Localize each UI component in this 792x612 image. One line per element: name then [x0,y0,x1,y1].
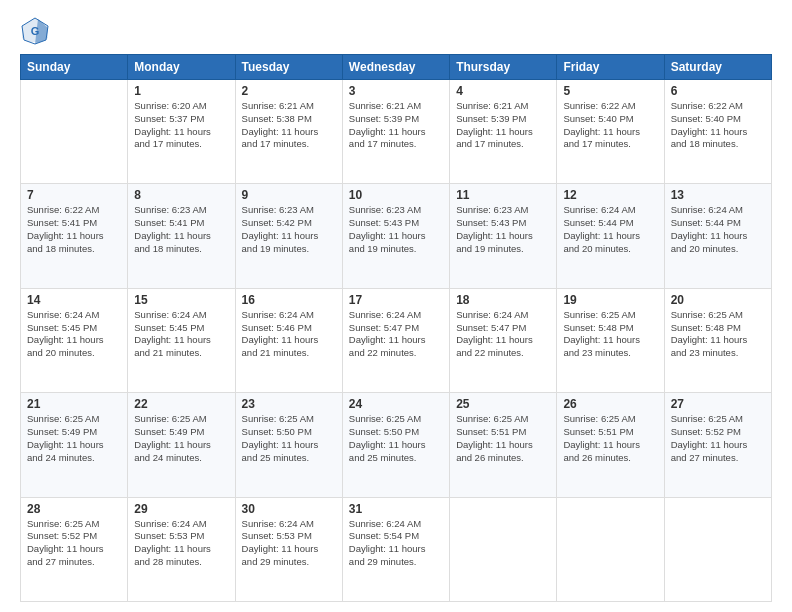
day-cell: 18Sunrise: 6:24 AM Sunset: 5:47 PM Dayli… [450,288,557,392]
day-info: Sunrise: 6:21 AM Sunset: 5:39 PM Dayligh… [456,100,550,151]
day-info: Sunrise: 6:24 AM Sunset: 5:47 PM Dayligh… [349,309,443,360]
day-number: 27 [671,397,765,411]
col-header-thursday: Thursday [450,55,557,80]
day-cell: 3Sunrise: 6:21 AM Sunset: 5:39 PM Daylig… [342,80,449,184]
day-number: 4 [456,84,550,98]
day-cell: 15Sunrise: 6:24 AM Sunset: 5:45 PM Dayli… [128,288,235,392]
day-cell: 13Sunrise: 6:24 AM Sunset: 5:44 PM Dayli… [664,184,771,288]
day-number: 19 [563,293,657,307]
day-number: 1 [134,84,228,98]
day-cell: 22Sunrise: 6:25 AM Sunset: 5:49 PM Dayli… [128,393,235,497]
day-cell: 17Sunrise: 6:24 AM Sunset: 5:47 PM Dayli… [342,288,449,392]
day-info: Sunrise: 6:25 AM Sunset: 5:50 PM Dayligh… [349,413,443,464]
day-number: 8 [134,188,228,202]
day-info: Sunrise: 6:23 AM Sunset: 5:43 PM Dayligh… [349,204,443,255]
col-header-wednesday: Wednesday [342,55,449,80]
day-number: 10 [349,188,443,202]
day-info: Sunrise: 6:25 AM Sunset: 5:51 PM Dayligh… [563,413,657,464]
calendar-page: G SundayMondayTuesdayWednesdayThursdayFr… [0,0,792,612]
day-number: 12 [563,188,657,202]
week-row-4: 21Sunrise: 6:25 AM Sunset: 5:49 PM Dayli… [21,393,772,497]
day-number: 6 [671,84,765,98]
day-info: Sunrise: 6:25 AM Sunset: 5:49 PM Dayligh… [27,413,121,464]
day-info: Sunrise: 6:22 AM Sunset: 5:40 PM Dayligh… [671,100,765,151]
day-cell: 12Sunrise: 6:24 AM Sunset: 5:44 PM Dayli… [557,184,664,288]
day-info: Sunrise: 6:25 AM Sunset: 5:49 PM Dayligh… [134,413,228,464]
header-row: SundayMondayTuesdayWednesdayThursdayFrid… [21,55,772,80]
day-info: Sunrise: 6:25 AM Sunset: 5:51 PM Dayligh… [456,413,550,464]
day-cell: 6Sunrise: 6:22 AM Sunset: 5:40 PM Daylig… [664,80,771,184]
week-row-5: 28Sunrise: 6:25 AM Sunset: 5:52 PM Dayli… [21,497,772,601]
day-number: 20 [671,293,765,307]
day-info: Sunrise: 6:24 AM Sunset: 5:45 PM Dayligh… [27,309,121,360]
day-cell: 7Sunrise: 6:22 AM Sunset: 5:41 PM Daylig… [21,184,128,288]
day-number: 5 [563,84,657,98]
day-cell: 19Sunrise: 6:25 AM Sunset: 5:48 PM Dayli… [557,288,664,392]
day-number: 9 [242,188,336,202]
day-cell: 10Sunrise: 6:23 AM Sunset: 5:43 PM Dayli… [342,184,449,288]
day-info: Sunrise: 6:22 AM Sunset: 5:40 PM Dayligh… [563,100,657,151]
day-cell: 24Sunrise: 6:25 AM Sunset: 5:50 PM Dayli… [342,393,449,497]
day-info: Sunrise: 6:23 AM Sunset: 5:41 PM Dayligh… [134,204,228,255]
day-cell: 14Sunrise: 6:24 AM Sunset: 5:45 PM Dayli… [21,288,128,392]
day-info: Sunrise: 6:23 AM Sunset: 5:42 PM Dayligh… [242,204,336,255]
day-number: 2 [242,84,336,98]
day-cell: 1Sunrise: 6:20 AM Sunset: 5:37 PM Daylig… [128,80,235,184]
day-cell: 23Sunrise: 6:25 AM Sunset: 5:50 PM Dayli… [235,393,342,497]
day-cell: 29Sunrise: 6:24 AM Sunset: 5:53 PM Dayli… [128,497,235,601]
day-cell: 8Sunrise: 6:23 AM Sunset: 5:41 PM Daylig… [128,184,235,288]
day-info: Sunrise: 6:21 AM Sunset: 5:38 PM Dayligh… [242,100,336,151]
day-cell [21,80,128,184]
day-number: 26 [563,397,657,411]
day-cell: 2Sunrise: 6:21 AM Sunset: 5:38 PM Daylig… [235,80,342,184]
day-info: Sunrise: 6:23 AM Sunset: 5:43 PM Dayligh… [456,204,550,255]
day-number: 15 [134,293,228,307]
day-cell: 27Sunrise: 6:25 AM Sunset: 5:52 PM Dayli… [664,393,771,497]
day-info: Sunrise: 6:25 AM Sunset: 5:52 PM Dayligh… [671,413,765,464]
day-number: 24 [349,397,443,411]
col-header-saturday: Saturday [664,55,771,80]
day-info: Sunrise: 6:24 AM Sunset: 5:45 PM Dayligh… [134,309,228,360]
day-info: Sunrise: 6:24 AM Sunset: 5:53 PM Dayligh… [134,518,228,569]
day-info: Sunrise: 6:25 AM Sunset: 5:48 PM Dayligh… [563,309,657,360]
day-info: Sunrise: 6:24 AM Sunset: 5:46 PM Dayligh… [242,309,336,360]
day-cell [450,497,557,601]
day-cell [557,497,664,601]
day-info: Sunrise: 6:25 AM Sunset: 5:52 PM Dayligh… [27,518,121,569]
day-info: Sunrise: 6:24 AM Sunset: 5:53 PM Dayligh… [242,518,336,569]
day-info: Sunrise: 6:25 AM Sunset: 5:48 PM Dayligh… [671,309,765,360]
week-row-2: 7Sunrise: 6:22 AM Sunset: 5:41 PM Daylig… [21,184,772,288]
day-number: 30 [242,502,336,516]
week-row-3: 14Sunrise: 6:24 AM Sunset: 5:45 PM Dayli… [21,288,772,392]
day-cell: 16Sunrise: 6:24 AM Sunset: 5:46 PM Dayli… [235,288,342,392]
day-number: 7 [27,188,121,202]
day-info: Sunrise: 6:20 AM Sunset: 5:37 PM Dayligh… [134,100,228,151]
day-cell: 20Sunrise: 6:25 AM Sunset: 5:48 PM Dayli… [664,288,771,392]
day-number: 14 [27,293,121,307]
logo-icon: G [20,16,50,46]
day-cell: 21Sunrise: 6:25 AM Sunset: 5:49 PM Dayli… [21,393,128,497]
calendar-table: SundayMondayTuesdayWednesdayThursdayFrid… [20,54,772,602]
day-cell: 31Sunrise: 6:24 AM Sunset: 5:54 PM Dayli… [342,497,449,601]
day-cell: 11Sunrise: 6:23 AM Sunset: 5:43 PM Dayli… [450,184,557,288]
day-cell: 26Sunrise: 6:25 AM Sunset: 5:51 PM Dayli… [557,393,664,497]
day-cell: 25Sunrise: 6:25 AM Sunset: 5:51 PM Dayli… [450,393,557,497]
col-header-tuesday: Tuesday [235,55,342,80]
day-cell: 28Sunrise: 6:25 AM Sunset: 5:52 PM Dayli… [21,497,128,601]
day-number: 16 [242,293,336,307]
day-cell: 4Sunrise: 6:21 AM Sunset: 5:39 PM Daylig… [450,80,557,184]
day-info: Sunrise: 6:22 AM Sunset: 5:41 PM Dayligh… [27,204,121,255]
col-header-monday: Monday [128,55,235,80]
day-number: 17 [349,293,443,307]
day-info: Sunrise: 6:24 AM Sunset: 5:47 PM Dayligh… [456,309,550,360]
day-number: 28 [27,502,121,516]
day-number: 11 [456,188,550,202]
day-info: Sunrise: 6:24 AM Sunset: 5:44 PM Dayligh… [563,204,657,255]
day-info: Sunrise: 6:21 AM Sunset: 5:39 PM Dayligh… [349,100,443,151]
day-info: Sunrise: 6:24 AM Sunset: 5:54 PM Dayligh… [349,518,443,569]
day-info: Sunrise: 6:25 AM Sunset: 5:50 PM Dayligh… [242,413,336,464]
day-cell: 9Sunrise: 6:23 AM Sunset: 5:42 PM Daylig… [235,184,342,288]
day-cell [664,497,771,601]
day-number: 29 [134,502,228,516]
col-header-sunday: Sunday [21,55,128,80]
